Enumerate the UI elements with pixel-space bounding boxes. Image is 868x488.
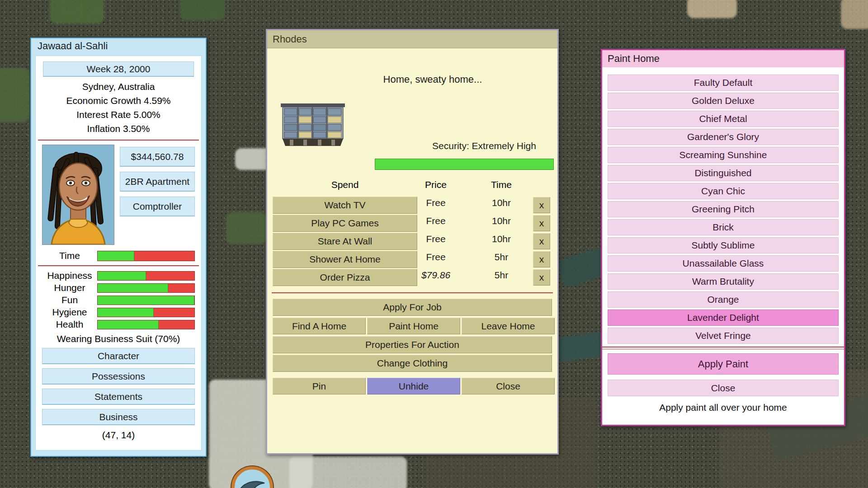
map-park-patch <box>50 0 104 23</box>
paint-option-lavender-delight-selected[interactable]: Lavender Delight <box>608 310 839 326</box>
find-a-home-button[interactable]: Find A Home <box>273 318 366 334</box>
time-watch-tv: 10hr <box>476 197 527 208</box>
health-bar <box>97 320 195 329</box>
activity-stare-at-wall-button[interactable]: Stare At Wall <box>273 233 417 250</box>
time-row: Time <box>42 250 195 261</box>
paint-option-chief-metal[interactable]: Chief Metal <box>608 111 839 127</box>
price-watch-tv: Free <box>403 197 469 208</box>
paint-option-cyan-chic[interactable]: Cyan Chic <box>608 183 839 199</box>
week-display: Week 28, 2000 <box>43 61 194 77</box>
fun-bar <box>97 296 195 305</box>
paint-option-golden-deluxe[interactable]: Golden Deluxe <box>608 93 839 109</box>
location-label: Sydney, Australia <box>36 80 201 94</box>
divider <box>38 140 199 141</box>
money-display: $344,560.78 <box>120 147 195 167</box>
apply-for-job-button[interactable]: Apply For Job <box>273 299 552 316</box>
stat-row-happiness: Happiness <box>42 270 195 281</box>
remove-stare-at-wall-button[interactable]: x <box>533 233 550 249</box>
paint-option-greening-pitch[interactable]: Greening Pitch <box>608 201 839 217</box>
business-button[interactable]: Business <box>42 409 195 425</box>
economic-growth-label: Economic Growth 4.59% <box>36 94 201 108</box>
emblem-bird-icon <box>235 469 270 488</box>
stat-row-hygiene: Hygiene <box>42 307 195 318</box>
player-name: Jawaad al-Sahli <box>31 38 206 54</box>
map-buildings-patch <box>289 456 407 488</box>
stat-row-hunger: Hunger <box>42 282 195 293</box>
player-panel-body: Week 28, 2000 Sydney, Australia Economic… <box>35 56 202 450</box>
time-bar <box>97 251 195 261</box>
remove-order-pizza-button[interactable]: x <box>533 269 550 286</box>
home-display: 2BR Apartment <box>120 172 195 192</box>
hunger-label: Hunger <box>42 282 97 293</box>
price-play-pc-games: Free <box>403 216 469 226</box>
apartment-building-image <box>280 101 346 148</box>
happiness-bar <box>97 271 195 281</box>
remove-play-pc-games-button[interactable]: x <box>533 215 550 231</box>
paint-option-warm-brutality[interactable]: Warm Brutality <box>608 273 839 290</box>
paint-option-orange[interactable]: Orange <box>608 291 839 308</box>
column-header-price: Price <box>403 179 469 190</box>
security-label: Security: Extremely High <box>412 141 557 151</box>
close-button[interactable]: Close <box>462 378 555 394</box>
remove-watch-tv-button[interactable]: x <box>533 197 550 213</box>
home-greeting: Home, sweaty home... <box>308 74 557 85</box>
remove-shower-at-home-button[interactable]: x <box>533 251 550 267</box>
paint-panel-title: Paint Home <box>602 50 844 67</box>
map-park-patch <box>0 68 29 122</box>
hygiene-label: Hygiene <box>42 307 97 318</box>
apply-paint-button[interactable]: Apply Paint <box>608 353 839 375</box>
properties-for-auction-button[interactable]: Properties For Auction <box>273 336 552 353</box>
paint-options-list: Faulty Default Golden Deluxe Chief Metal… <box>608 75 839 344</box>
portrait-illustration <box>42 145 114 244</box>
activity-play-pc-games-button[interactable]: Play PC Games <box>273 215 417 232</box>
activity-watch-tv-button[interactable]: Watch TV <box>273 197 417 214</box>
unhide-button[interactable]: Unhide <box>367 378 460 394</box>
pin-button[interactable]: Pin <box>273 378 366 394</box>
paint-option-brick[interactable]: Brick <box>608 219 839 235</box>
time-stare-at-wall: 10hr <box>476 234 527 244</box>
activity-order-pizza-button[interactable]: Order Pizza <box>273 269 417 286</box>
home-panel: Rhodes Home, sweaty home... <box>266 29 559 455</box>
map-sand-patch <box>841 0 868 29</box>
price-order-pizza: $79.86 <box>403 270 469 281</box>
player-portrait <box>42 145 114 245</box>
column-header-spend: Spend <box>273 179 417 190</box>
character-button[interactable]: Character <box>42 348 195 364</box>
paint-option-screaming-sunshine[interactable]: Screaming Sunshine <box>608 147 839 163</box>
change-clothing-button[interactable]: Change Clothing <box>273 355 552 372</box>
economy-summary: Sydney, Australia Economic Growth 4.59% … <box>36 80 201 136</box>
happiness-label: Happiness <box>42 270 97 281</box>
paint-option-velvet-fringe[interactable]: Velvet Fringe <box>608 328 839 344</box>
activity-shower-at-home-button[interactable]: Shower At Home <box>273 251 417 268</box>
paint-option-subtly-sublime[interactable]: Subtly Sublime <box>608 237 839 253</box>
leave-home-button[interactable]: Leave Home <box>462 318 555 334</box>
map-sand-patch <box>687 0 737 18</box>
paint-close-button[interactable]: Close <box>608 380 839 396</box>
fun-label: Fun <box>42 295 97 305</box>
health-label: Health <box>42 319 97 330</box>
stat-row-health: Health <box>42 319 195 330</box>
inflation-label: Inflation 3.50% <box>36 122 201 136</box>
hygiene-bar <box>97 308 195 317</box>
column-header-time: Time <box>476 179 527 190</box>
paint-home-button[interactable]: Paint Home <box>367 318 460 334</box>
paint-option-faulty-default[interactable]: Faulty Default <box>608 75 839 91</box>
time-play-pc-games: 10hr <box>476 216 527 226</box>
paint-home-panel: Paint Home Faulty Default Golden Deluxe … <box>601 49 845 426</box>
interest-rate-label: Interest Rate 5.00% <box>36 108 201 122</box>
possessions-button[interactable]: Possessions <box>42 368 195 385</box>
price-stare-at-wall: Free <box>403 234 469 244</box>
time-shower-at-home: 5hr <box>476 252 527 263</box>
job-display: Comptroller <box>120 197 195 216</box>
security-bar <box>375 159 554 170</box>
divider <box>272 292 553 293</box>
paint-option-gardeners-glory[interactable]: Gardener's Glory <box>608 129 839 145</box>
divider <box>602 347 844 349</box>
map-park-patch <box>180 0 225 20</box>
paint-option-unassailable-glass[interactable]: Unassailable Glass <box>608 255 839 272</box>
statements-button[interactable]: Statements <box>42 389 195 405</box>
time-label: Time <box>42 250 97 261</box>
divider <box>38 265 199 266</box>
paint-option-distinguished[interactable]: Distinguished <box>608 165 839 181</box>
wearing-label: Wearing Business Suit (70%) <box>36 333 201 344</box>
